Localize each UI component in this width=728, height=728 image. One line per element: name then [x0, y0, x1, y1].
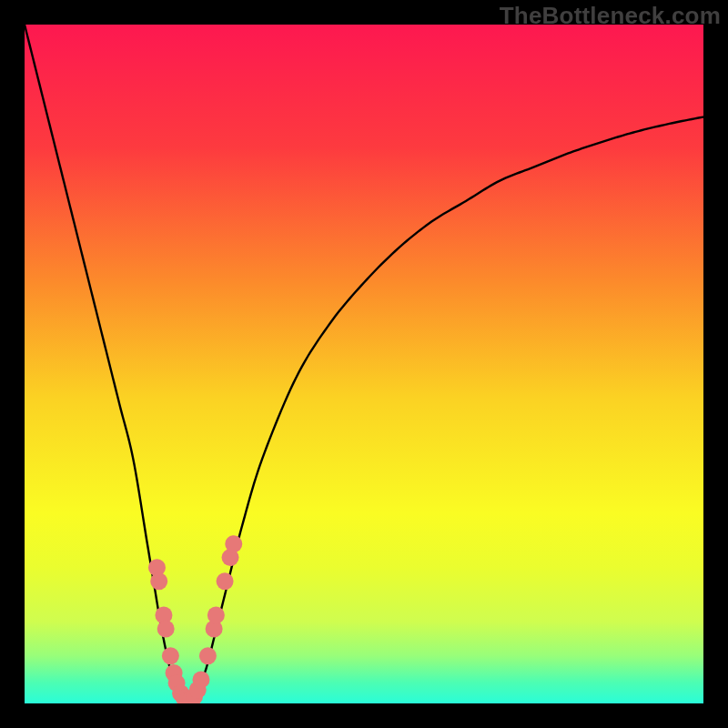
chart-frame: TheBottleneck.com	[0, 0, 728, 728]
data-marker	[199, 647, 217, 664]
data-marker	[192, 671, 209, 688]
data-marker	[225, 535, 242, 552]
watermark-text: TheBottleneck.com	[500, 2, 721, 30]
data-marker	[162, 647, 179, 664]
bottleneck-chart	[25, 25, 703, 703]
data-marker	[157, 620, 175, 637]
data-marker	[217, 572, 234, 590]
data-marker	[150, 572, 167, 590]
gradient-background	[25, 25, 703, 703]
plot-area	[25, 25, 703, 703]
data-marker	[207, 607, 225, 624]
